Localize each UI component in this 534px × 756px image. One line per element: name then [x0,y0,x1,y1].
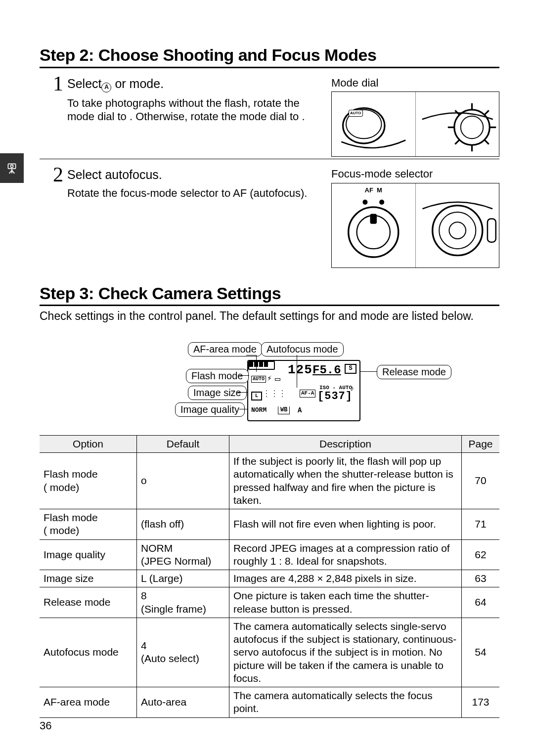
cell-page: 54 [462,618,500,687]
panel-a: A [298,406,302,415]
panel-norm: NORM [251,406,267,414]
table-row: Autofocus mode4(Auto select)The camera a… [40,618,499,687]
svg-point-16 [362,199,367,204]
svg-rect-22 [487,219,495,242]
cell-description: Flash will not fire even when lighting i… [229,509,462,540]
panel-fnumber: F5.6 [312,363,341,378]
focus-selector-switch-icon [332,183,415,267]
cell-option: Flash mode( mode) [40,453,137,509]
cell-page: 64 [462,587,500,618]
th-default: Default [137,435,229,452]
m-label: M [377,186,382,194]
cell-page: 173 [462,687,500,718]
svg-point-21 [449,222,466,239]
th-option: Option [40,435,137,452]
panel-shutter: 125 [288,362,312,378]
step2-sub1-desc: To take photographs without the flash, r… [67,96,324,124]
cell-description: Record JPEG images at a compression rati… [229,539,462,570]
callout-size: Image size [188,386,247,400]
step2-sub2-desc: Rotate the focus-mode selector to AF (au… [67,186,324,200]
panel-l: L [251,392,262,400]
callout-release: Release mode [377,365,451,379]
callout-af-area: AF-area mode [188,342,262,356]
svg-point-5 [460,116,483,139]
cell-option: Flash mode( mode) [40,509,137,540]
cell-page: 62 [462,539,500,570]
focus-selector-caption: Focus-mode selector [331,167,499,181]
step2-sub2-heading: Select autofocus. [67,167,331,182]
panel-release-icon: S [345,364,356,374]
th-description: Description [229,435,462,452]
settings-table: Option Default Description Page Flash mo… [40,435,499,718]
svg-point-17 [379,199,384,204]
cell-default: o [137,453,229,509]
mode-dial-caption: Mode dial [331,76,499,90]
cell-option: AF-area mode [40,687,137,718]
table-row: Flash mode( mode)oIf the subject is poor… [40,453,499,509]
cell-description: The camera automatically selects the foc… [229,687,462,718]
svg-line-12 [455,139,460,144]
cell-option: Autofocus mode [40,618,137,687]
auto-label-icon: AUTO [349,110,363,117]
cell-default: Auto-area [137,687,229,718]
control-panel: 125 F5.6 S AUTO ⚡ ▭ AF-A ISO - AUTO ♪ 53… [247,360,360,421]
th-page: Page [462,435,500,452]
table-row: Flash mode( mode)(flash off)Flash will n… [40,509,499,540]
cell-default: (flash off) [137,509,229,540]
step2-sub2: 2 Select autofocus. Rotate the focus-mod… [40,164,499,268]
control-panel-diagram: 125 F5.6 S AUTO ⚡ ▭ AF-A ISO - AUTO ♪ 53… [40,330,499,429]
cell-page: 70 [462,453,500,509]
cell-option: Release mode [40,587,137,618]
callout-autofocus: Autofocus mode [261,342,344,356]
step2-sub1-head-before: Select [67,77,101,90]
lens-mount-icon [416,183,499,267]
svg-point-19 [432,205,482,255]
cell-description: One picture is taken each time the shutt… [229,587,462,618]
cell-page: 63 [462,570,500,587]
cell-default: 8(Single frame) [137,587,229,618]
page-number: 36 [40,719,51,733]
cell-default: 4(Auto select) [137,618,229,687]
settings-tbody: Flash mode( mode)oIf the subject is poor… [40,453,499,718]
cell-option: Image quality [40,539,137,570]
step3-title: Step 3: Check Camera Settings [40,283,499,307]
svg-point-20 [439,212,476,249]
table-row: AF-area modeAuto-areaThe camera automati… [40,687,499,718]
table-row: Image sizeL (Large)Images are 4,288 × 2,… [40,570,499,587]
cell-option: Image size [40,570,137,587]
focus-selector-illustration: AF M [331,183,499,268]
step3-intro: Check settings in the control panel. The… [40,309,499,323]
step2-sub1: 1 SelectA or mode. To take photographs w… [40,73,499,160]
cell-description: Images are 4,288 × 2,848 pixels in size. [229,570,462,587]
bolt-icon: ⚡ [267,374,272,384]
panel-wb: WB [278,406,290,414]
panel-count: 537 [317,390,353,403]
table-row: Release mode8(Single frame)One picture i… [40,587,499,618]
step-number: 1 [40,73,67,94]
table-row: Image qualityNORM(JPEG Normal)Record JPE… [40,539,499,570]
cell-default: L (Large) [137,570,229,587]
af-point-icon: ▭ [275,374,280,385]
auto-mode-icon: A [101,83,111,92]
panel-af-mode: AF-A [300,390,315,398]
callout-flash: Flash mode [186,369,249,383]
step2-sub1-heading: SelectA or mode. [67,76,331,92]
step2-sub1-head-after: or mode. [111,77,164,90]
svg-line-11 [484,110,489,115]
panel-flash-auto: AUTO [251,376,266,383]
cell-default: NORM(JPEG Normal) [137,539,229,570]
svg-line-13 [484,139,489,144]
af-label: AF [365,186,373,194]
svg-rect-18 [370,214,377,223]
step2-title: Step 2: Choose Shooting and Focus Modes [40,44,499,68]
mode-dial-right-icon [416,92,499,156]
mode-dial-left-icon [332,92,415,156]
callout-quality: Image quality [175,402,245,417]
cell-description: The camera automatically selects single-… [229,618,462,687]
cell-description: If the subject is poorly lit, the flash … [229,453,462,509]
step-number: 2 [40,164,67,185]
cell-page: 71 [462,509,500,540]
mode-dial-illustration: AUTO [331,91,499,157]
